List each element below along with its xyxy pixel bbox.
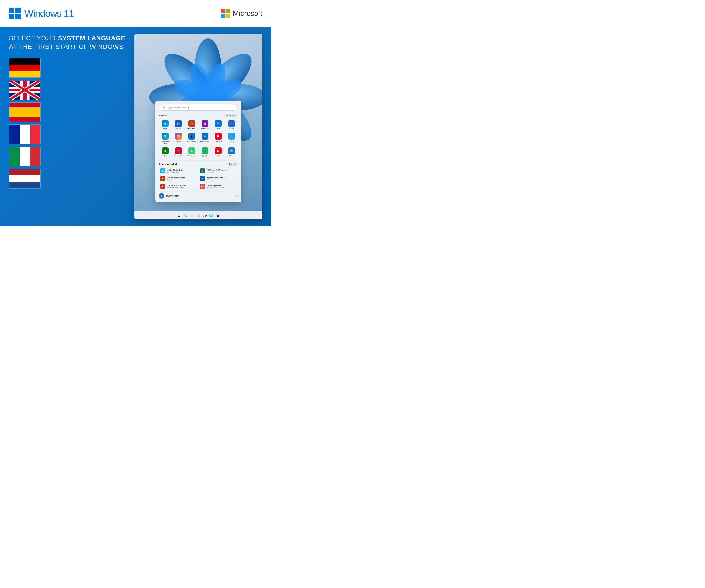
user-avatar: T (159, 193, 164, 198)
onenote-icon: N (202, 120, 208, 127)
snipping-icon: ✂ (202, 133, 208, 140)
flag-spain[interactable] (9, 102, 41, 122)
rec-donation[interactable]: W Donation Instructions 12h ago (199, 175, 238, 182)
yourphone-icon: 📱 (188, 133, 195, 140)
recommended-header: Recommended More › (159, 163, 238, 166)
app-among-us[interactable]: 👾 Among Us (172, 146, 185, 158)
mail-icon: ✉ (215, 120, 222, 127)
photoshop-time: Recently added (167, 171, 183, 173)
more-button[interactable]: More › (227, 163, 238, 166)
header: Windows 11 Microsoft (0, 0, 271, 27)
donation-time: 12h ago (206, 179, 226, 181)
mail-label: Mail (217, 128, 220, 130)
app-word[interactable]: W Word (172, 119, 185, 131)
xbox-icon: X (162, 147, 169, 154)
twitter-label: Twitter (229, 140, 234, 142)
app-paint[interactable]: 🎨 Paint (225, 146, 238, 158)
zerowaste-icon: P (160, 184, 165, 189)
rec-zerowaste[interactable]: P The Zero-Waste Chef Yesterday at 4:24 … (159, 183, 198, 190)
app-xbox[interactable]: X Xbox (159, 146, 171, 158)
zerowaste-time: Yesterday at 4:24 PM (167, 187, 186, 189)
pinned-section: Pinned All apps › e Edge W Word (159, 114, 238, 158)
app-yourphone[interactable]: 📱 Your Phone (186, 132, 198, 145)
taskbar-taskview[interactable]: ⬜ (189, 213, 194, 218)
diy-name: DIY for Home Decor (167, 177, 185, 179)
microsoft-title: Microsoft (233, 9, 262, 18)
taskbar-chat[interactable]: 💬 (202, 213, 207, 218)
rental-icon: pdf (200, 184, 205, 189)
microsoft-logo: Microsoft (221, 9, 262, 18)
among-us-icon: 👾 (175, 147, 182, 154)
windows-title: Windows 11 (25, 8, 74, 19)
app-mail[interactable]: ✉ Mail (212, 119, 225, 131)
diy-icon: P (160, 176, 165, 181)
taskbar-widgets[interactable]: ⬜ (196, 213, 201, 218)
among-us-label: Among Us (174, 155, 183, 157)
word-label: Word (176, 128, 181, 130)
app-whatsapp[interactable]: 💬 WhatsApp (186, 146, 198, 158)
diy-time: 2h ago (167, 179, 185, 181)
rental-name: Rental Agreement (206, 184, 224, 187)
taskbar-edge[interactable]: 🌐 (208, 213, 214, 218)
yourphone-label: Your Phone (187, 140, 196, 142)
photos-label: Photos (176, 140, 181, 142)
todo-label: To Do (229, 128, 234, 130)
todo-icon: ✓ (228, 120, 235, 127)
app-msstore[interactable]: ⊞ Microsoft Store (159, 132, 171, 145)
app-pinterest[interactable]: P Pinterest (212, 132, 225, 145)
spotify-label: Spotify (202, 155, 207, 157)
app-netflix[interactable]: N Netflix (212, 146, 225, 158)
rec-expenses[interactable]: x 2021 Monthly Expenses 17m ago (199, 168, 238, 174)
flag-german[interactable] (9, 58, 41, 78)
spotify-icon: 🎵 (202, 147, 208, 154)
flag-netherlands[interactable] (9, 169, 41, 189)
flag-italy[interactable] (9, 146, 41, 167)
headline: SELECT YOUR SYSTEM LANGUAGEAT THE FIRST … (9, 34, 126, 51)
photoshop-name: Adobe Photoshop (167, 169, 183, 171)
app-twitter[interactable]: 🐦 Twitter (225, 132, 238, 145)
recommended-section: Recommended More › Ps Adobe Photoshop Re… (159, 160, 238, 190)
search-icon: 🔍 (162, 106, 166, 109)
flag-uk[interactable] (9, 80, 41, 100)
flag-france[interactable] (9, 124, 41, 144)
app-powerpoint[interactable]: P PowerPoint (186, 119, 198, 131)
expenses-name: 2021 Monthly Expenses (206, 169, 228, 171)
app-todo[interactable]: ✓ To Do (225, 119, 238, 131)
user-info[interactable]: T Taylor Philips (159, 193, 179, 198)
power-button[interactable]: ⏻ (234, 194, 238, 198)
photoshop-icon: Ps (160, 169, 165, 174)
edge-icon: e (162, 120, 169, 127)
recommended-grid: Ps Adobe Photoshop Recently added x 2021… (159, 168, 238, 190)
app-photos[interactable]: 🌸 Photos (172, 132, 185, 145)
recommended-title: Recommended (159, 163, 177, 166)
search-bar[interactable]: 🔍 Type here to search (159, 104, 238, 110)
netflix-label: Netflix (216, 155, 221, 157)
start-menu: 🔍 Type here to search Pinned All apps › … (155, 101, 241, 202)
xbox-label: Xbox (163, 155, 167, 157)
taskbar-store[interactable]: 🛍 (215, 213, 220, 218)
taskbar-search[interactable]: 🔍 (183, 213, 188, 218)
paint-icon: 🎨 (228, 147, 235, 154)
app-onenote[interactable]: N OneNote (199, 119, 211, 131)
twitter-icon: 🐦 (228, 133, 235, 140)
pinned-header: Pinned All apps › (159, 114, 238, 117)
rental-time: Yesterday at 1:15 PM (206, 187, 224, 189)
taskbar-start[interactable]: ⊞ (177, 213, 182, 218)
msstore-icon: ⊞ (162, 133, 169, 140)
app-snipping[interactable]: ✂ Snipping Tool (199, 132, 211, 145)
apps-grid: e Edge W Word P PowerPoint N (159, 119, 238, 158)
edge-label: Edge (163, 128, 167, 130)
user-bar: T Taylor Philips ⏻ (159, 191, 238, 198)
whatsapp-icon: 💬 (188, 147, 195, 154)
rec-rental[interactable]: pdf Rental Agreement Yesterday at 1:15 P… (199, 183, 238, 190)
rec-diy[interactable]: P DIY for Home Decor 2h ago (159, 175, 198, 182)
app-edge[interactable]: e Edge (159, 119, 171, 131)
netflix-icon: N (215, 147, 222, 154)
app-spotify[interactable]: 🎵 Spotify (199, 146, 211, 158)
rec-photoshop[interactable]: Ps Adobe Photoshop Recently added (159, 168, 198, 174)
windows-logo: Windows 11 (9, 8, 74, 19)
desktop: 🔍 Type here to search Pinned All apps › … (135, 34, 262, 211)
powerpoint-label: PowerPoint (187, 128, 196, 130)
all-apps-button[interactable]: All apps › (225, 114, 238, 117)
msstore-label: Microsoft Store (159, 140, 171, 144)
